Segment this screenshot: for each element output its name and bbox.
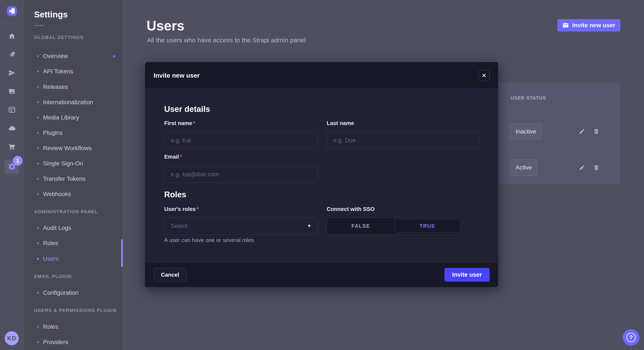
user-details-heading: User details <box>164 105 210 114</box>
modal-title: Invite new user <box>154 62 200 89</box>
sso-option-false[interactable]: FALSE <box>327 218 394 234</box>
roles-hint: A user can have one or several roles <box>164 237 254 243</box>
email-label: Email* <box>164 154 182 160</box>
roles-heading: Roles <box>164 190 186 199</box>
invite-user-modal: Invite new user ✕ User details First nam… <box>145 62 498 287</box>
last-name-label: Last name <box>327 120 354 127</box>
connect-with-sso-label: Connect with SSO <box>327 206 374 212</box>
modal-footer: Cancel Invite user <box>145 262 498 287</box>
invite-user-submit-button[interactable]: Invite user <box>444 268 490 282</box>
close-icon[interactable]: ✕ <box>478 70 490 81</box>
email-field[interactable] <box>164 166 318 183</box>
sso-option-true[interactable]: TRUE <box>394 219 460 233</box>
users-roles-label: User's roles* <box>164 206 199 212</box>
first-name-field[interactable] <box>164 132 318 149</box>
chevron-down-icon: ▼ <box>307 223 312 229</box>
last-name-field[interactable] <box>327 132 480 149</box>
sso-toggle: FALSE TRUE <box>327 217 462 234</box>
modal-header: Invite new user ✕ <box>145 62 498 89</box>
cancel-button[interactable]: Cancel <box>154 268 186 282</box>
users-roles-select[interactable]: Select ▼ <box>164 217 318 234</box>
first-name-label: First name* <box>164 120 195 127</box>
